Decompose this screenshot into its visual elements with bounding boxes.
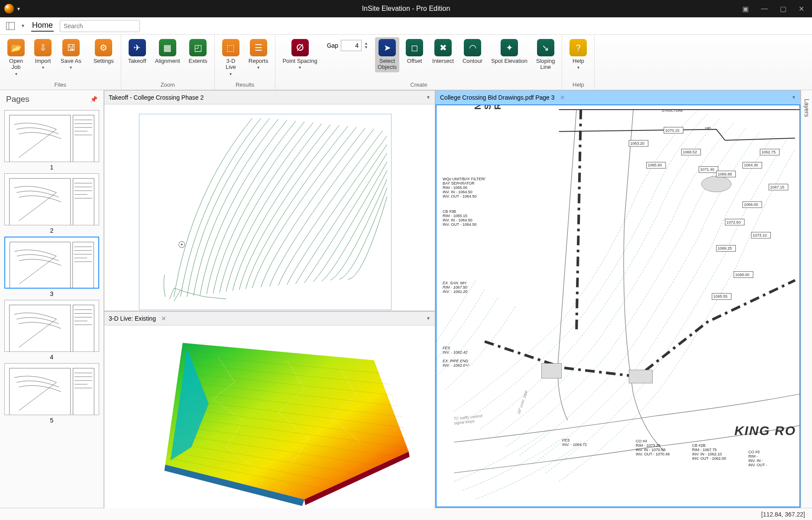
page-number: 3 <box>4 290 99 297</box>
plan-note-cb3b: CB #3B RIM - 1065.15 INV. IN - 1064.50 I… <box>443 209 477 227</box>
report-icon: ☰ <box>250 39 267 56</box>
open-job-button[interactable]: 📂 Open Job ▾ <box>4 37 28 78</box>
svg-rect-32 <box>5 364 99 415</box>
svg-text:1072.50: 1072.50 <box>726 220 741 224</box>
plan-note-san-mh: EX. SAN. MH RIM - 1067.50 INV. - 1061.20 <box>443 281 467 294</box>
page-thumbnail[interactable] <box>4 237 99 289</box>
close-icon[interactable]: ✕ <box>161 315 166 322</box>
minimize-button[interactable]: — <box>761 5 768 13</box>
chevron-down-icon: ▾ <box>230 72 232 76</box>
point-spacing-icon: ⵁ <box>291 39 309 56</box>
offset-button[interactable]: ◻ Offset <box>403 37 426 66</box>
svg-rect-0 <box>5 110 99 162</box>
save-icon: 🖫 <box>62 39 80 56</box>
page-number: 2 <box>4 227 99 234</box>
tab-home[interactable]: Home <box>31 20 54 32</box>
page-number: 1 <box>4 164 99 171</box>
settings-button[interactable]: ⚙ Settings <box>91 37 116 66</box>
page-thumbnail[interactable] <box>4 173 99 225</box>
pin-icon[interactable]: 📌 <box>90 96 97 103</box>
svg-text:1064.30: 1064.30 <box>744 163 758 167</box>
page-thumbnail[interactable] <box>4 110 99 162</box>
svg-point-42 <box>181 244 183 245</box>
pages-panel: Pages 📌 12345 <box>0 90 104 508</box>
pane-3d-live-title: 3-D Live: Existing <box>109 315 156 322</box>
pane-pdf-title: College Crossing Bid Drawings.pdf Page 3 <box>440 94 555 101</box>
folder-open-icon: 📂 <box>7 39 25 56</box>
chevron-down-icon: ▾ <box>42 65 44 70</box>
page-thumbnail[interactable] <box>4 300 99 352</box>
workspace: Pages 📌 12345 Takeoff - College Crossing… <box>0 90 812 508</box>
close-button[interactable]: ✕ <box>799 5 804 13</box>
import-button[interactable]: ⇩ Import ▾ <box>31 37 55 72</box>
3d-live-canvas[interactable] <box>104 325 435 508</box>
plan-note-fes2: FES INV. - 1064.71 <box>562 438 587 447</box>
group-label-files: Files <box>55 81 66 88</box>
page-number: 5 <box>4 417 99 424</box>
pane-menu-dropdown-icon[interactable]: ▼ <box>792 95 796 100</box>
import-icon: ⇩ <box>34 39 52 56</box>
svg-text:1073.10: 1073.10 <box>753 233 767 237</box>
contour-icon: ◠ <box>464 39 481 56</box>
layers-panel-tab[interactable]: Layers <box>801 90 812 508</box>
spot-elevation-button[interactable]: ✦ Spot Elevation <box>488 37 530 66</box>
svg-text:1070.15: 1070.15 <box>665 128 679 133</box>
statusbar: [112.84, 367.22] <box>0 508 812 520</box>
gap-segment: Gap ▲ ▼ <box>324 37 372 54</box>
contour-button[interactable]: ◠ Contour <box>460 37 485 66</box>
help-button[interactable]: ? Help ▾ <box>566 37 590 72</box>
group-label-results: Results <box>236 81 254 88</box>
app-menu-dropdown-icon[interactable]: ▼ <box>16 6 21 11</box>
close-icon[interactable]: ✕ <box>560 94 565 101</box>
svg-point-63 <box>702 176 731 192</box>
alignment-button[interactable]: ▦ Alignment <box>152 37 183 66</box>
svg-text:1069.25: 1069.25 <box>718 246 732 250</box>
help-icon: ? <box>569 39 587 56</box>
svg-text:1066.00: 1066.00 <box>744 202 758 207</box>
chevron-down-icon: ▾ <box>299 65 301 70</box>
sloping-line-button[interactable]: ↘ Sloping Line <box>534 37 557 72</box>
search-input[interactable] <box>60 20 140 32</box>
pane-takeoff: Takeoff - College Crossing Phase 2 ▼ <box>104 90 435 311</box>
select-objects-button[interactable]: ➤ Select Objects <box>375 37 399 72</box>
pane-takeoff-title: Takeoff - College Crossing Phase 2 <box>109 94 204 101</box>
spot-elevation-icon: ✦ <box>501 39 518 56</box>
save-as-button[interactable]: 🖫 Save As ▾ <box>58 37 84 72</box>
takeoff-zoom-button[interactable]: ✈ Takeoff <box>126 37 149 66</box>
chevron-down-icon: ▾ <box>70 65 72 70</box>
maximize-button[interactable]: ▢ <box>780 5 786 13</box>
svg-text:1062.75: 1062.75 <box>761 150 776 154</box>
panel-layout-icon[interactable] <box>6 22 15 30</box>
layers-label: Layers <box>803 99 810 117</box>
group-label-zoom: Zoom <box>161 81 175 88</box>
pdf-canvas[interactable]: 1070.151063.201068.521065.901071.401069.… <box>436 104 800 507</box>
pane-menu-dropdown-icon[interactable]: ▼ <box>426 95 430 100</box>
gap-step-down[interactable]: ▼ <box>364 46 368 49</box>
ribbon: 📂 Open Job ▾ ⇩ Import ▾ 🖫 Save As ▾ ⚙ Se… <box>0 35 812 90</box>
pages-list[interactable]: 12345 <box>0 108 104 508</box>
svg-text:1068.52: 1068.52 <box>683 150 697 154</box>
pane-menu-dropdown-icon[interactable]: ▼ <box>426 316 430 321</box>
plan-note-co3: CO #3 RIM - INV. IN - INV. OUT - <box>748 450 767 467</box>
panel-layout-dropdown-icon[interactable]: ▼ <box>21 23 25 28</box>
intersect-button[interactable]: ✖ Intersect <box>430 37 456 66</box>
3d-live-button[interactable]: ⬚ 3-D Live ▾ <box>219 37 243 78</box>
page-thumbnail[interactable] <box>4 363 99 415</box>
page-number: 4 <box>4 354 99 361</box>
gap-input[interactable] <box>341 40 362 51</box>
sloping-line-icon: ↘ <box>537 39 554 56</box>
gear-icon: ⚙ <box>95 39 112 56</box>
plan-note-hp: HP <box>705 126 711 130</box>
plan-note-co4: CO #4 RIM - 1073.25 INV. IN - 1070.58 IN… <box>636 439 670 456</box>
reports-button[interactable]: ☰ Reports ▾ <box>246 37 271 72</box>
plan-label-king-road: KING RO <box>734 423 796 438</box>
group-label-create: Create <box>410 81 427 88</box>
offset-icon: ◻ <box>406 39 423 56</box>
extents-button[interactable]: ◰ Extents <box>186 37 210 66</box>
grid-align-icon: ▦ <box>159 39 176 56</box>
titlebar-extra-icon[interactable]: ▣ <box>742 5 749 13</box>
plane-icon: ✈ <box>129 39 146 56</box>
group-label-help: Help <box>573 81 584 88</box>
point-spacing-button[interactable]: ⵁ Point Spacing ▾ <box>280 37 320 72</box>
takeoff-canvas[interactable] <box>104 104 435 311</box>
